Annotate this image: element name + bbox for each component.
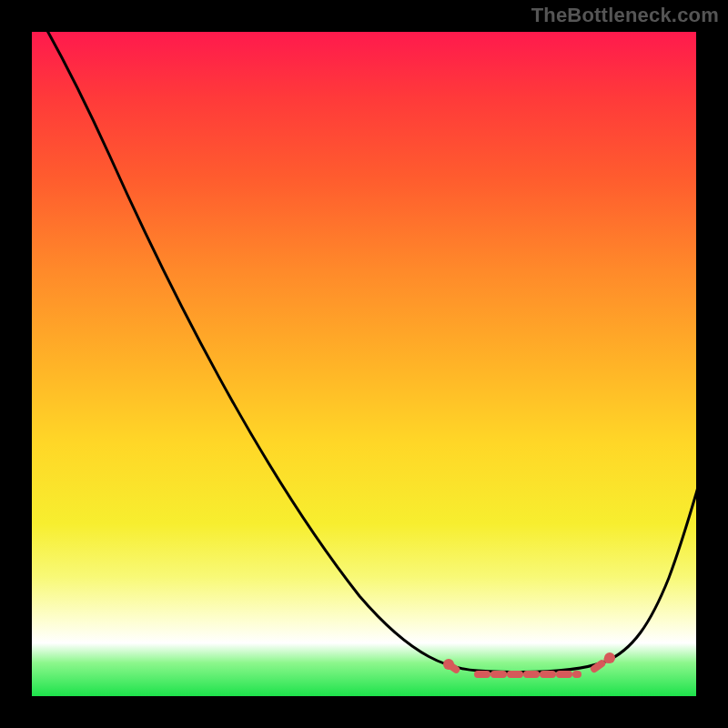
chart-plot-area bbox=[32, 32, 696, 696]
marker-dot-left bbox=[443, 659, 454, 670]
chart-svg bbox=[32, 32, 696, 696]
marker-dot-right bbox=[604, 652, 615, 663]
watermark-text: TheBottleneck.com bbox=[531, 4, 719, 27]
bottleneck-curve-line bbox=[46, 27, 701, 672]
